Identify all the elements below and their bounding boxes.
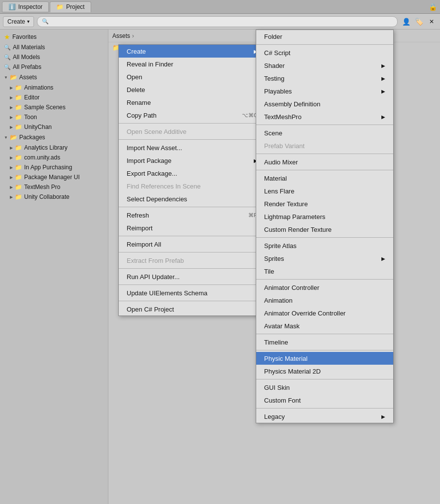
menu-item-select-deps[interactable]: Select Dependencies xyxy=(119,192,266,205)
menu-item-reimport-all[interactable]: Reimport All xyxy=(119,238,266,251)
menu-item-import-new[interactable]: Import New Asset... xyxy=(119,141,266,154)
submenu-item-playables[interactable]: Playables ▶ xyxy=(256,85,393,97)
in-app-label: In App Purchasing xyxy=(24,164,72,171)
menu-reveal-label: Reveal in Finder xyxy=(127,61,173,68)
textmeshpro-arrow: ▶ xyxy=(381,114,385,120)
folder-icon11: 📁 xyxy=(15,193,22,200)
sidebar-item-editor[interactable]: ▶ 📁 Editor xyxy=(0,93,108,102)
sidebar-item-package-manager[interactable]: ▶ 📁 Package Manager UI xyxy=(0,172,108,182)
folder-icon10: 📁 xyxy=(15,184,22,190)
menu-item-copy-path[interactable]: Copy Path ⌥⌘C xyxy=(119,109,266,122)
search-input[interactable] xyxy=(37,16,398,27)
sidebar-item-all-prefabs[interactable]: 🔍 All Prefabs xyxy=(0,62,108,72)
menu-item-rename[interactable]: Rename xyxy=(119,96,266,109)
submenu-item-sprite-atlas[interactable]: Sprite Atlas xyxy=(256,239,393,252)
submenu-item-audio-mixer[interactable]: Audio Mixer xyxy=(256,156,393,168)
sidebar-item-sample-scenes[interactable]: ▶ 📁 Sample Scenes xyxy=(0,102,108,112)
sidebar-item-toon[interactable]: ▶ 📁 Toon xyxy=(0,112,108,122)
submenu-item-custom-font[interactable]: Custom Font xyxy=(256,394,393,407)
menu-item-create[interactable]: Create ▶ xyxy=(119,45,266,58)
menu-item-extract: Extract From Prefab xyxy=(119,254,266,267)
submenu-item-tile[interactable]: Tile xyxy=(256,265,393,278)
sidebar-item-unitychan[interactable]: ▶ 📁 UnityChan xyxy=(0,122,108,132)
lock-icon[interactable]: 🔒 xyxy=(429,3,440,11)
submenu-item-physics-material-2d[interactable]: Physics Material 2D xyxy=(256,365,393,378)
submenu-item-folder[interactable]: Folder xyxy=(256,30,393,43)
sidebar-item-unity-collaborate[interactable]: ▶ 📁 Unity Collaborate xyxy=(0,192,108,202)
submenu-item-prefab-variant: Prefab Variant xyxy=(256,139,393,152)
create-button[interactable]: Create ▾ xyxy=(3,16,34,27)
menu-item-reimport[interactable]: Reimport xyxy=(119,221,266,234)
submenu-separator-8 xyxy=(256,350,393,350)
submenu-item-sprites[interactable]: Sprites ▶ xyxy=(256,252,393,265)
close-icon[interactable]: ✕ xyxy=(426,16,437,27)
tab-inspector[interactable]: ℹ️ Inspector xyxy=(2,1,49,12)
submenu-item-scene[interactable]: Scene xyxy=(256,126,393,139)
submenu-separator-3 xyxy=(256,154,393,154)
submenu-item-timeline[interactable]: Timeline xyxy=(256,336,393,348)
menu-item-update-ui[interactable]: Update UIElements Schema xyxy=(119,286,266,299)
favorites-header[interactable]: ★ Favorites xyxy=(0,32,108,42)
menu-reimport-all-label: Reimport All xyxy=(127,241,161,248)
menu-item-refresh[interactable]: Refresh ⌘R xyxy=(119,209,266,221)
submenu-item-animator-controller[interactable]: Animator Controller xyxy=(256,281,393,294)
submenu-item-animation[interactable]: Animation xyxy=(256,294,393,307)
menu-item-delete[interactable]: Delete xyxy=(119,83,266,96)
triangle-right: ▶ xyxy=(10,86,13,90)
sidebar-item-unity-ads[interactable]: ▶ 📁 com.unity.ads xyxy=(0,153,108,162)
menu-item-import-package[interactable]: Import Package ▶ xyxy=(119,154,266,167)
submenu-item-render-texture[interactable]: Render Texture xyxy=(256,197,393,210)
all-materials-label: All Materials xyxy=(13,44,45,51)
textmesh-label: TextMesh Pro xyxy=(24,184,60,190)
submenu-item-material[interactable]: Material xyxy=(256,172,393,185)
packages-folder-icon: 📂 xyxy=(10,134,17,141)
menu-reimport-label: Reimport xyxy=(127,224,153,232)
search-circle-icon2: 🔍 xyxy=(4,54,11,61)
account-icon[interactable]: 👤 xyxy=(401,16,411,27)
triangle-right11: ▶ xyxy=(10,195,13,199)
submenu-item-lens-flare[interactable]: Lens Flare xyxy=(256,185,393,197)
sidebar-item-all-models[interactable]: 🔍 All Models xyxy=(0,52,108,62)
breadcrumb-assets[interactable]: Assets xyxy=(112,32,130,39)
menu-item-open[interactable]: Open xyxy=(119,70,266,83)
submenu-item-animator-override[interactable]: Animator Override Controller xyxy=(256,307,393,319)
sidebar-item-animations[interactable]: ▶ 📁 Animations xyxy=(0,83,108,93)
sidebar-item-textmesh[interactable]: ▶ 📁 TextMesh Pro xyxy=(0,182,108,192)
submenu-item-testing[interactable]: Testing ▶ xyxy=(256,72,393,85)
submenu-item-shader[interactable]: Shader ▶ xyxy=(256,59,393,72)
tab-project[interactable]: 📁 Project xyxy=(50,1,91,12)
submenu-animator-controller-label: Animator Controller xyxy=(264,284,319,291)
triangle-right5: ▶ xyxy=(10,125,13,129)
menu-item-open-csharp[interactable]: Open C# Project xyxy=(119,303,266,315)
submenu-item-textmeshpro[interactable]: TextMeshPro ▶ xyxy=(256,110,393,123)
menu-item-reveal[interactable]: Reveal in Finder xyxy=(119,58,266,70)
submenu-animation-label: Animation xyxy=(264,297,293,304)
submenu-item-csharp[interactable]: C# Script xyxy=(256,46,393,59)
packages-header[interactable]: ▼ 📂 Packages xyxy=(0,132,108,143)
submenu-separator-4 xyxy=(256,170,393,170)
folder-icon: 📁 xyxy=(15,84,22,91)
menu-separator-1 xyxy=(119,123,266,124)
submenu-item-legacy[interactable]: Legacy ▶ xyxy=(256,410,393,423)
menu-item-open-scene: Open Scene Additive xyxy=(119,125,266,138)
assets-header[interactable]: ▼ 📂 Assets xyxy=(0,72,108,83)
menu-item-export[interactable]: Export Package... xyxy=(119,167,266,180)
submenu-legacy-label: Legacy xyxy=(264,413,285,420)
tag-icon[interactable]: 🏷️ xyxy=(413,16,424,27)
submenu-item-lightmap[interactable]: Lightmap Parameters xyxy=(256,210,393,223)
all-prefabs-label: All Prefabs xyxy=(13,63,41,70)
sidebar-item-all-materials[interactable]: 🔍 All Materials xyxy=(0,42,108,52)
menu-item-run-api[interactable]: Run API Updater... xyxy=(119,270,266,283)
sidebar-item-analytics[interactable]: ▶ 📁 Analytics Library xyxy=(0,143,108,153)
triangle-right4: ▶ xyxy=(10,115,13,120)
submenu-item-gui-skin[interactable]: GUI Skin xyxy=(256,381,393,394)
sidebar-item-in-app[interactable]: ▶ 📁 In App Purchasing xyxy=(0,162,108,172)
menu-select-deps-label: Select Dependencies xyxy=(127,195,187,203)
submenu-separator-1 xyxy=(256,44,393,45)
submenu-item-assembly[interactable]: Assembly Definition xyxy=(256,97,393,110)
submenu-item-physic-material[interactable]: Physic Material xyxy=(256,352,393,365)
submenu-item-avatar-mask[interactable]: Avatar Mask xyxy=(256,319,393,332)
submenu-animator-override-label: Animator Override Controller xyxy=(264,310,345,317)
sprites-arrow: ▶ xyxy=(381,256,385,261)
submenu-item-custom-render[interactable]: Custom Render Texture xyxy=(256,223,393,236)
